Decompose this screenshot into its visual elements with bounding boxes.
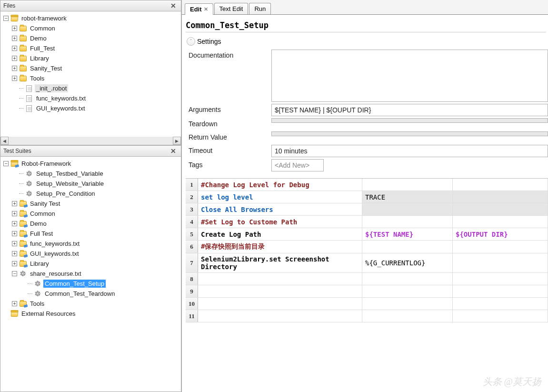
grid-row[interactable]: 5 Create Log Path ${TEST NAME} ${OUTPUT … [186, 228, 548, 241]
grid-cell[interactable]: Selenium2Library.set Screeenshot Directo… [198, 253, 362, 272]
tree-node[interactable]: + Full Test [10, 229, 180, 239]
arguments-input[interactable]: ${TEST NAME} | ${OUPUT DIR} [271, 104, 548, 116]
expand-icon[interactable]: + [12, 301, 17, 306]
grid-cell[interactable]: #保存快照到当前目录 [198, 241, 362, 253]
grid-row[interactable]: 2 set log level TRACE [186, 191, 548, 203]
expand-icon[interactable]: + [12, 56, 17, 61]
close-icon[interactable]: ✕ [169, 2, 178, 10]
expand-icon[interactable]: + [12, 211, 17, 216]
tree-node[interactable]: _init_.robot [10, 83, 180, 93]
grid-cell[interactable] [362, 273, 453, 285]
grid-cell[interactable] [362, 216, 453, 228]
grid-cell[interactable]: %{G_CURRENTLOG} [362, 253, 453, 272]
scroll-left-icon[interactable]: ◀ [0, 137, 9, 145]
tree-node[interactable]: + Demo [10, 219, 180, 229]
tree-node[interactable]: + Common [10, 23, 180, 33]
tree-node[interactable]: + Tools [10, 299, 180, 309]
tree-node[interactable]: + GUI_keywords.txt [10, 249, 180, 259]
grid-row[interactable]: 1 #Change Log Level for Debug [186, 179, 548, 191]
collapse-icon[interactable]: − [12, 271, 17, 276]
files-tree[interactable]: − robot-framework + Common + Demo + Full… [0, 11, 181, 145]
tree-node[interactable]: External Resources [1, 309, 180, 319]
grid-cell[interactable]: #Change Log Level for Debug [198, 179, 362, 191]
tree-node[interactable]: + Sanity_Test [10, 63, 180, 73]
expand-icon[interactable]: + [12, 36, 17, 41]
grid-row[interactable]: 10 [186, 298, 548, 310]
expand-icon[interactable]: + [12, 76, 17, 81]
horizontal-scrollbar[interactable]: ◀ ▶ [0, 137, 181, 145]
grid-row[interactable]: 8 [186, 273, 548, 285]
grid-cell[interactable]: #Set Log to Custome Path [198, 216, 362, 228]
tree-node[interactable]: GUI_keywords.txt [10, 103, 180, 113]
expand-icon[interactable]: + [12, 241, 17, 246]
expand-icon[interactable]: + [12, 231, 17, 236]
tree-node[interactable]: + func_keywords.txt [10, 239, 180, 249]
scroll-right-icon[interactable]: ▶ [173, 137, 181, 145]
tree-node-root[interactable]: − robot-framework [1, 13, 180, 23]
expand-icon[interactable]: + [12, 66, 17, 71]
tree-node[interactable]: + Full_Test [10, 43, 180, 53]
documentation-input[interactable] [271, 50, 548, 102]
tree-node[interactable]: + Sanity Test [10, 199, 180, 209]
expand-icon[interactable]: + [12, 201, 17, 206]
grid-cell[interactable]: TRACE [362, 191, 453, 203]
tree-node[interactable]: + Demo [10, 33, 180, 43]
close-icon[interactable]: ✕ [204, 6, 208, 12]
tags-add-new[interactable]: <Add New> [271, 159, 324, 171]
grid-cell[interactable] [453, 216, 548, 228]
grid-cell[interactable] [453, 298, 548, 310]
tree-node[interactable]: + Library [10, 53, 180, 63]
teardown-input[interactable] [271, 118, 548, 123]
tree-node[interactable]: + Tools [10, 73, 180, 83]
expand-icon[interactable]: + [12, 221, 17, 226]
grid-row[interactable]: 11 [186, 310, 548, 322]
timeout-input[interactable]: 10 minutes [271, 145, 548, 157]
grid-cell[interactable] [362, 241, 453, 253]
tab-edit[interactable]: Edit ✕ [185, 3, 213, 15]
grid-row[interactable]: 3 Close All Browsers [186, 203, 548, 216]
grid-row[interactable]: 4 #Set Log to Custome Path [186, 216, 548, 228]
grid-cell[interactable] [198, 310, 362, 322]
grid-cell[interactable] [362, 298, 453, 310]
grid-row[interactable]: 7 Selenium2Library.set Screeenshot Direc… [186, 253, 548, 273]
grid-cell[interactable] [362, 310, 453, 322]
expand-icon[interactable]: + [12, 26, 17, 31]
tab-text-edit[interactable]: Text Edit [214, 3, 249, 14]
grid-cell[interactable] [362, 203, 453, 215]
close-icon[interactable]: ✕ [169, 147, 178, 155]
grid-cell[interactable] [453, 310, 548, 322]
grid-cell[interactable] [453, 179, 548, 191]
tree-node[interactable]: Setup_Testbed_Variable [10, 169, 180, 179]
grid-cell[interactable]: ${OUTPUT DIR} [453, 228, 548, 240]
grid-cell[interactable] [198, 273, 362, 285]
tree-node[interactable]: Setup_Website_Variable [10, 179, 180, 189]
tree-node[interactable]: Common_Test_Teardown [19, 289, 180, 299]
collapse-icon[interactable]: − [3, 16, 9, 21]
grid-cell[interactable] [453, 203, 548, 215]
tree-node[interactable]: Setup_Pre_Condition [10, 189, 180, 199]
grid-cell[interactable]: set log level [198, 191, 362, 203]
grid-cell[interactable] [362, 179, 453, 191]
grid-cell[interactable]: Create Log Path [198, 228, 362, 240]
grid-cell[interactable] [453, 241, 548, 253]
settings-toggle[interactable]: ˆ Settings [187, 37, 548, 46]
grid-row[interactable]: 9 [186, 285, 548, 298]
tree-node[interactable]: func_keywords.txt [10, 93, 180, 103]
grid-cell[interactable] [198, 298, 362, 310]
grid-cell[interactable] [198, 285, 362, 297]
expand-icon[interactable]: + [12, 46, 17, 51]
keyword-grid[interactable]: 1 #Change Log Level for Debug 2 set log … [186, 178, 548, 322]
grid-cell[interactable] [453, 191, 548, 203]
suites-tree[interactable]: − Robot-Framework Setup_Testbed_Variable… [0, 157, 181, 392]
tree-node[interactable]: + Library [10, 259, 180, 269]
grid-cell[interactable] [453, 253, 548, 272]
grid-row[interactable]: 6 #保存快照到当前目录 [186, 241, 548, 253]
tree-node[interactable]: − share_resourse.txt [10, 269, 180, 279]
grid-cell[interactable] [362, 285, 453, 297]
expand-icon[interactable]: + [12, 251, 17, 256]
grid-cell[interactable]: ${TEST NAME} [362, 228, 453, 240]
expand-icon[interactable]: + [12, 261, 17, 266]
tab-run[interactable]: Run [249, 3, 271, 14]
grid-cell[interactable] [453, 273, 548, 285]
collapse-icon[interactable]: − [3, 161, 9, 166]
